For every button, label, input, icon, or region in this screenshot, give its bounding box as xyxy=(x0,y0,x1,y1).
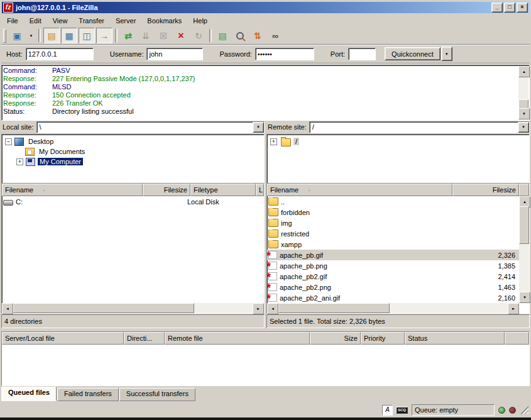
tree-item-root[interactable]: + / xyxy=(267,136,529,146)
scroll-thumb[interactable] xyxy=(13,303,194,313)
title-bar[interactable]: fz john@127.0.0.1 - FileZilla _ □ × xyxy=(2,2,529,13)
scroll-down-button[interactable]: ▼ xyxy=(518,108,530,119)
process-queue-button[interactable]: ⇊ xyxy=(138,28,154,43)
toggle-remote-tree-button[interactable]: ◫ xyxy=(79,28,95,43)
remote-file-row[interactable]: .. xyxy=(267,196,519,207)
refresh-icon: ⇄ xyxy=(124,31,132,41)
menu-transfer[interactable]: Transfer xyxy=(73,16,110,26)
menu-help[interactable]: Help xyxy=(187,16,213,26)
site-manager-dropdown[interactable]: ▼ xyxy=(26,28,36,43)
column-header-priority[interactable]: Priority xyxy=(361,332,405,345)
menu-server[interactable]: Server xyxy=(110,16,141,26)
column-header-filetype[interactable]: Filetype xyxy=(190,184,256,196)
scroll-down-button[interactable]: ▼ xyxy=(519,292,530,303)
comparison-icon: ⇅ xyxy=(254,31,261,41)
reconnect-button[interactable]: ↻ xyxy=(190,28,207,43)
debug-badge[interactable]: SCQ xyxy=(396,407,408,414)
scroll-left-button[interactable]: ◄ xyxy=(267,303,278,314)
password-input[interactable] xyxy=(255,48,314,60)
menu-edit[interactable]: Edit xyxy=(24,16,47,26)
column-header-filename[interactable]: Filename ▲ xyxy=(2,184,143,196)
host-input[interactable] xyxy=(26,48,94,60)
remote-file-row[interactable]: apache_pb2.gif 2,414 xyxy=(267,271,519,282)
scroll-thumb[interactable] xyxy=(519,206,529,244)
queue-list-body[interactable] xyxy=(2,345,529,385)
quickconnect-button[interactable]: Quickconnect xyxy=(385,47,441,60)
local-file-row[interactable]: C: Local Disk xyxy=(2,196,264,207)
collapse-icon[interactable]: − xyxy=(5,138,12,145)
chevron-down-icon[interactable]: ▼ xyxy=(518,122,529,133)
log-line: Command:MLSD xyxy=(3,83,518,91)
remote-horizontal-scrollbar[interactable]: ◄ ► xyxy=(267,303,519,313)
scroll-left-button[interactable]: ◄ xyxy=(2,303,13,314)
message-log-icon: ▤ xyxy=(47,31,55,41)
log-line: Status:Directory listing successful xyxy=(3,108,518,116)
close-button[interactable]: × xyxy=(517,3,528,13)
remote-vertical-scrollbar[interactable]: ▲ ▼ xyxy=(519,196,529,303)
port-input[interactable] xyxy=(348,48,376,60)
remote-file-row[interactable]: restricted xyxy=(267,228,519,239)
local-directory-tree: − Desktop My Documents + My Computer xyxy=(1,134,265,185)
scroll-thumb[interactable] xyxy=(278,303,390,313)
username-input[interactable] xyxy=(146,48,203,60)
toolbar-grip[interactable] xyxy=(3,29,6,43)
transfer-type-indicator[interactable]: A xyxy=(382,405,393,416)
column-header-last-modified[interactable]: L xyxy=(256,184,264,196)
tree-item-label: / xyxy=(293,138,299,145)
tree-item-my-computer[interactable]: + My Computer xyxy=(2,157,264,167)
remote-file-row-selected[interactable]: apache_pb.gif 2,326 xyxy=(267,250,519,260)
menu-file[interactable]: File xyxy=(1,16,24,26)
column-header-filesize[interactable]: Filesize xyxy=(143,184,190,196)
column-header-filesize[interactable]: Filesize xyxy=(452,184,519,196)
file-search-button[interactable] xyxy=(232,28,248,43)
scroll-right-button[interactable]: ► xyxy=(253,303,264,314)
directory-comparison-button[interactable]: ⇅ xyxy=(249,28,266,43)
column-header-server-local-file[interactable]: Server/Local file xyxy=(2,332,124,345)
column-header-remote-file[interactable]: Remote file xyxy=(165,332,310,345)
scroll-right-button[interactable]: ► xyxy=(508,303,519,314)
chevron-down-icon[interactable]: ▼ xyxy=(253,122,264,133)
resize-grip[interactable] xyxy=(520,406,528,414)
quickconnect-dropdown[interactable]: ▼ xyxy=(441,47,452,61)
tree-item-desktop[interactable]: − Desktop xyxy=(2,136,264,146)
toolbar-separator xyxy=(38,29,41,42)
maximize-button[interactable]: □ xyxy=(504,3,515,13)
toggle-local-tree-button[interactable]: ▦ xyxy=(61,28,77,43)
remote-file-row[interactable]: xampp xyxy=(267,239,519,250)
remote-file-row[interactable]: apache_pb2.png 1,463 xyxy=(267,282,519,292)
column-header-size[interactable]: Size xyxy=(310,332,361,345)
directory-filters-button[interactable]: ▤ xyxy=(214,28,231,43)
refresh-button[interactable]: ⇄ xyxy=(120,28,136,43)
tree-item-my-documents[interactable]: My Documents xyxy=(2,146,264,157)
remote-status-text: Selected 1 file. Total size: 2,326 bytes xyxy=(270,318,385,325)
expand-icon[interactable]: + xyxy=(270,138,277,145)
synchronized-browsing-button[interactable]: ∞ xyxy=(267,28,283,43)
expand-icon[interactable]: + xyxy=(16,158,23,165)
remote-site-combobox[interactable]: / ▼ xyxy=(309,121,530,133)
tab-queued-files[interactable]: Queued files xyxy=(1,387,57,401)
remote-file-row[interactable]: forbidden xyxy=(267,207,519,218)
minimize-button[interactable]: _ xyxy=(491,3,503,13)
remote-file-row[interactable]: img xyxy=(267,218,519,228)
remote-file-row[interactable]: apache_pb.png 1,385 xyxy=(267,260,519,271)
column-header-direction[interactable]: Directi... xyxy=(124,332,165,345)
filter-icon: ▤ xyxy=(218,31,226,41)
tab-successful-transfers[interactable]: Successful transfers xyxy=(119,388,195,401)
local-site-combobox[interactable]: \ ▼ xyxy=(36,121,265,133)
cancel-button[interactable]: ☒ xyxy=(155,28,172,43)
tab-failed-transfers[interactable]: Failed transfers xyxy=(57,388,119,401)
arrow-right-icon: ► xyxy=(512,307,515,311)
toggle-transfer-queue-button[interactable]: → xyxy=(96,28,112,43)
toggle-message-log-button[interactable]: ▤ xyxy=(43,28,60,43)
column-header-status[interactable]: Status xyxy=(405,332,505,345)
local-horizontal-scrollbar[interactable]: ◄ ► xyxy=(2,303,264,313)
site-manager-button[interactable]: ▣ xyxy=(9,28,25,43)
log-scrollbar[interactable]: ▲ ▼ xyxy=(518,66,528,119)
local-status-bar: 4 directories xyxy=(1,314,265,328)
disconnect-button[interactable]: × xyxy=(173,28,189,43)
menu-bookmarks[interactable]: Bookmarks xyxy=(141,16,187,26)
menu-view[interactable]: View xyxy=(47,16,74,26)
remote-file-row[interactable]: apache_pb2_ani.gif 2,160 xyxy=(267,292,519,303)
scroll-up-button[interactable]: ▲ xyxy=(518,66,530,77)
column-header-filename[interactable]: Filename ▲ xyxy=(267,184,452,196)
